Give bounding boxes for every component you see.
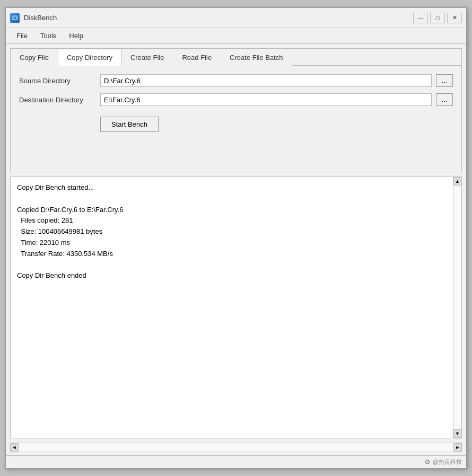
tab-copy-directory[interactable]: Copy Directory xyxy=(58,49,121,66)
tab-copy-file[interactable]: Copy File xyxy=(11,49,58,66)
output-panel: Copy Dir Bench started... Copied D:\Far.… xyxy=(10,177,462,438)
source-browse-button[interactable]: ... xyxy=(436,74,453,87)
svg-rect-1 xyxy=(13,15,17,16)
main-window: DiskBench — □ ✕ File Tools Help Copy Fil… xyxy=(5,7,467,469)
app-icon xyxy=(10,13,20,23)
content-area: Copy File Copy Directory Create File Rea… xyxy=(6,44,466,455)
watermark-text: @热点科技 xyxy=(433,458,462,466)
start-bench-row: Start Bench xyxy=(19,112,453,132)
maximize-button[interactable]: □ xyxy=(430,13,445,23)
vertical-scrollbar: ▲ ▼ xyxy=(453,177,461,438)
svg-point-3 xyxy=(14,17,15,19)
menu-bar: File Tools Help xyxy=(6,28,466,44)
window-title: DiskBench xyxy=(24,14,57,22)
menu-tools[interactable]: Tools xyxy=(34,30,63,42)
tab-read-file[interactable]: Read File xyxy=(173,49,221,66)
scroll-up-button[interactable]: ▲ xyxy=(453,177,462,186)
title-bar-left: DiskBench xyxy=(10,13,57,23)
scroll-down-button[interactable]: ▼ xyxy=(453,429,462,438)
destination-directory-label: Destination Directory xyxy=(19,96,96,104)
watermark-icon-1: ⚙ xyxy=(424,458,431,466)
scroll-right-button[interactable]: ► xyxy=(453,443,462,452)
source-directory-row: Source Directory ... xyxy=(19,74,453,87)
destination-directory-input[interactable] xyxy=(100,93,432,106)
source-directory-label: Source Directory xyxy=(19,77,96,85)
watermark: ⚙ @热点科技 xyxy=(424,458,462,466)
minimize-button[interactable]: — xyxy=(413,13,428,23)
destination-directory-row: Destination Directory ... xyxy=(19,93,453,106)
tab-content: Source Directory ... Destination Directo… xyxy=(11,66,461,172)
tab-bar: Copy File Copy Directory Create File Rea… xyxy=(11,49,461,66)
destination-browse-button[interactable]: ... xyxy=(436,93,453,106)
output-text: Copy Dir Bench started... Copied D:\Far.… xyxy=(11,177,461,438)
window-controls: — □ ✕ xyxy=(413,13,462,23)
scroll-track-horizontal[interactable] xyxy=(19,443,453,451)
status-bar: ⚙ @热点科技 xyxy=(6,455,466,468)
source-directory-input[interactable] xyxy=(100,74,432,87)
tab-create-file[interactable]: Create File xyxy=(121,49,173,66)
horizontal-scrollbar: ◄ ► xyxy=(10,443,462,451)
tab-create-file-batch[interactable]: Create File Batch xyxy=(221,49,292,66)
menu-file[interactable]: File xyxy=(10,30,34,42)
menu-help[interactable]: Help xyxy=(63,30,90,42)
scroll-track-vertical[interactable] xyxy=(453,186,461,429)
scroll-left-button[interactable]: ◄ xyxy=(10,443,19,452)
start-bench-button[interactable]: Start Bench xyxy=(100,117,159,132)
title-bar: DiskBench — □ ✕ xyxy=(6,8,466,28)
close-button[interactable]: ✕ xyxy=(447,13,462,23)
tab-panel: Copy File Copy Directory Create File Rea… xyxy=(10,48,462,172)
